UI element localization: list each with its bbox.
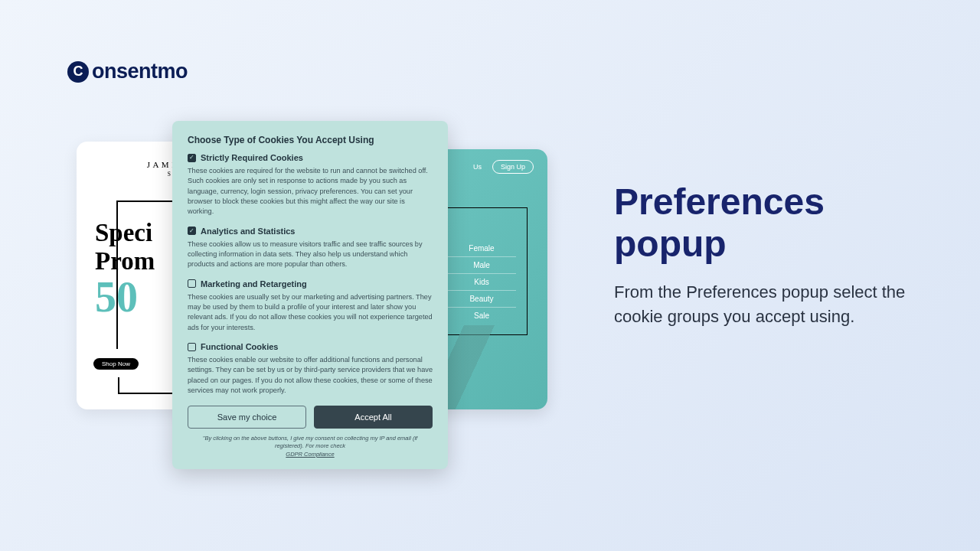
explainer-title: Preferences popup <box>614 181 920 265</box>
nav-link-us[interactable]: Us <box>473 163 482 171</box>
group-desc: These cookies allow us to measure visito… <box>188 240 433 270</box>
menu-item-female[interactable]: Female <box>447 240 516 257</box>
shop-now-button[interactable]: Shop Now <box>93 358 139 370</box>
menu-item-male[interactable]: Male <box>447 257 516 274</box>
popup-title: Choose Type of Cookies You Accept Using <box>188 135 433 145</box>
cookie-group-strictly-required: Strictly Required Cookies These cookies … <box>188 153 433 217</box>
checkbox-marketing[interactable] <box>188 279 196 288</box>
menu-item-sale[interactable]: Sale <box>447 308 516 324</box>
logo-mark-icon <box>67 61 89 83</box>
save-my-choice-button[interactable]: Save my choice <box>188 406 306 429</box>
group-desc: These cookies are required for the websi… <box>188 166 433 217</box>
group-title: Analytics and Statistics <box>201 227 296 236</box>
group-desc: These cookies are usually set by our mar… <box>188 292 433 333</box>
menu-item-beauty[interactable]: Beauty <box>447 291 516 308</box>
menu-item-kids[interactable]: Kids <box>447 274 516 291</box>
popup-footer: "By clicking on the above buttons, I giv… <box>188 435 433 459</box>
group-title: Strictly Required Cookies <box>201 153 303 162</box>
explainer-panel: Preferences popup From the Preferences p… <box>614 181 920 329</box>
cookie-group-analytics: Analytics and Statistics These cookies a… <box>188 227 433 270</box>
accept-all-button[interactable]: Accept All <box>314 406 433 429</box>
preferences-popup: Choose Type of Cookies You Accept Using … <box>172 121 448 469</box>
gdpr-link[interactable]: GDPR Compliance <box>286 451 334 458</box>
checkbox-functional[interactable] <box>188 343 196 351</box>
explainer-description: From the Preferences popup select the co… <box>614 280 920 329</box>
signup-button[interactable]: Sign Up <box>492 160 534 174</box>
brand-logo: onsentmo <box>67 60 188 83</box>
group-desc: These cookies enable our website to offe… <box>188 355 433 396</box>
checkbox-strictly-required[interactable] <box>188 154 196 162</box>
footer-text: "By clicking on the above buttons, I giv… <box>203 435 417 450</box>
logo-text: onsentmo <box>92 60 188 83</box>
cookie-group-marketing: Marketing and Retargeting These cookies … <box>188 279 433 333</box>
group-title: Functional Cookies <box>201 342 278 351</box>
category-menu: Female Male Kids Beauty Sale <box>436 207 528 335</box>
popup-button-row: Save my choice Accept All <box>188 406 433 429</box>
checkbox-analytics[interactable] <box>188 227 196 235</box>
cookie-group-functional: Functional Cookies These cookies enable … <box>188 342 433 396</box>
group-title: Marketing and Retargeting <box>201 279 307 289</box>
